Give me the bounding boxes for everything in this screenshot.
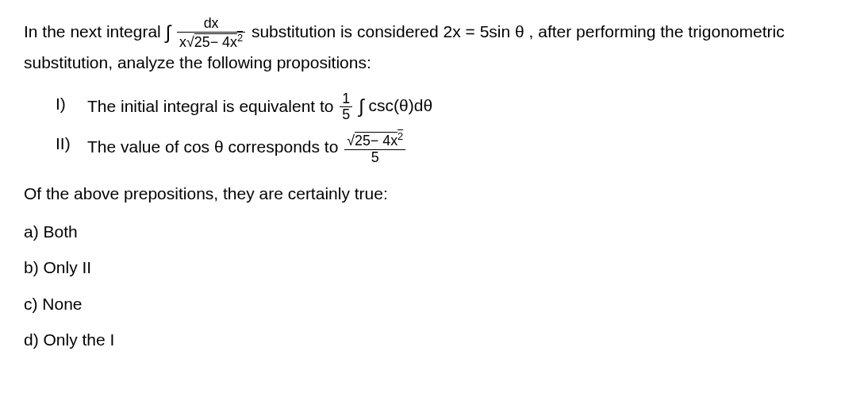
prop-text-1: The initial integral is equivalent to: [87, 96, 338, 114]
option-a: a) Both: [24, 219, 844, 245]
prop-1-fraction: 1 5: [340, 91, 352, 123]
intro-text-1: In the next integral: [24, 22, 166, 41]
prop-number: I): [56, 91, 87, 123]
prop-content: The initial integral is equivalent to 1 …: [87, 91, 432, 123]
frac-numerator: dx: [177, 16, 245, 33]
intro-paragraph: In the next integral ∫ dx x√25− 4x2 subs…: [24, 16, 844, 75]
frac-numerator: 1: [340, 91, 352, 108]
propositions-list: I) The initial integral is equivalent to…: [56, 91, 844, 165]
frac-denominator: 5: [344, 150, 405, 166]
followup-text: Of the above prepositions, they are cert…: [24, 181, 844, 206]
proposition-2: II) The value of cos θ corresponds to √2…: [56, 131, 844, 165]
prop-1-expression: 1 5 ∫ csc(θ)dθ: [338, 96, 432, 114]
prop-number: II): [56, 131, 87, 165]
frac-numerator: √25− 4x2: [344, 131, 405, 150]
prop-text-1: The value of cos θ corresponds to: [87, 137, 343, 156]
proposition-1: I) The initial integral is equivalent to…: [56, 91, 844, 123]
num-sqrt: √25− 4x2: [347, 133, 403, 149]
prop-2-fraction: √25− 4x2 5: [344, 131, 405, 165]
option-c: c) None: [24, 291, 844, 317]
sqrt-sym: √: [186, 34, 194, 50]
prop-2-expression: √25− 4x2 5: [343, 137, 407, 156]
option-b: b) Only II: [24, 255, 844, 280]
prop-text-2: csc(θ)dθ: [364, 96, 432, 114]
substitution-eq: 2x = 5sin θ: [444, 22, 524, 41]
sqrt-body: 25− 4x2: [355, 133, 403, 149]
sqrt-sym: √: [347, 133, 355, 149]
integral-expression: ∫ dx x√25− 4x2: [166, 22, 252, 41]
den-x: x: [179, 34, 186, 50]
intro-text-2: substitution is considered: [252, 22, 444, 41]
integral-symbol: ∫: [359, 95, 364, 117]
sqrt-body: 25− 4x2: [194, 34, 243, 50]
option-d: d) Only the I: [24, 327, 844, 353]
prop-content: The value of cos θ corresponds to √25− 4…: [87, 131, 407, 165]
frac-denominator: x√25− 4x2: [177, 33, 245, 51]
den-sqrt: √25− 4x2: [186, 34, 243, 50]
frac-denominator: 5: [340, 107, 352, 123]
integral-fraction: dx x√25− 4x2: [177, 16, 245, 50]
integral-symbol: ∫: [166, 21, 171, 43]
